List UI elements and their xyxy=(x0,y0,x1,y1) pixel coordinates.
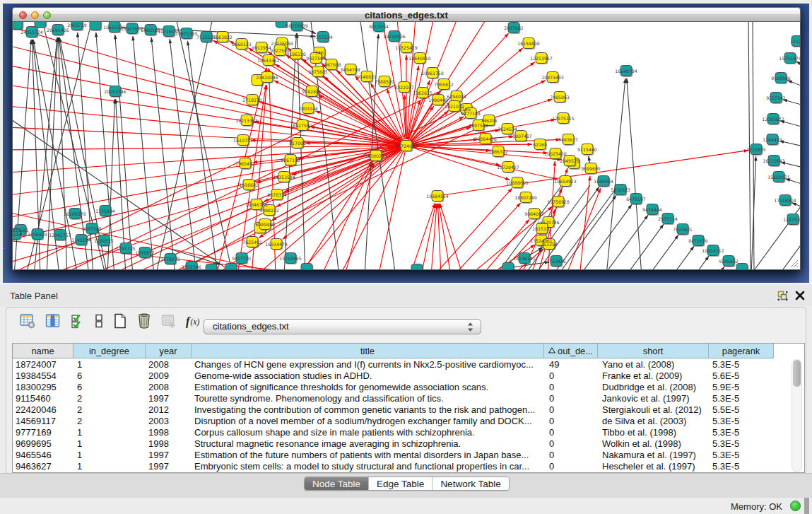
node-label: 10807487 xyxy=(510,134,532,139)
node-label: 14136141 xyxy=(513,256,536,261)
table-chooser-dropdown[interactable]: citations_edges.txt xyxy=(204,319,481,334)
node-label: 10671385 xyxy=(175,31,198,36)
cell-year: 1997 xyxy=(148,461,190,472)
cell-in_degree: 2 xyxy=(77,416,144,427)
teal-node[interactable] xyxy=(13,22,23,30)
node-label: 16033809 xyxy=(286,23,308,28)
column-header-year[interactable]: year xyxy=(146,344,192,358)
table-row[interactable]: 1872400712008Changes of HCN gene express… xyxy=(13,359,793,370)
node-label: 3624534 xyxy=(498,127,517,132)
left-splitter-grip[interactable] xyxy=(3,247,4,255)
red-edge xyxy=(433,188,512,269)
node-label: 10543362 xyxy=(257,58,280,63)
column-header-short[interactable]: short xyxy=(598,344,709,358)
node-label: 8471676 xyxy=(688,238,708,243)
delete-column-button[interactable] xyxy=(137,313,151,332)
teal-node[interactable] xyxy=(502,263,514,270)
close-panel-icon[interactable] xyxy=(795,291,805,300)
cell-out_de: 0 xyxy=(549,461,596,472)
cell-year: 2012 xyxy=(148,404,190,416)
new-column-button[interactable] xyxy=(113,313,127,332)
node-label: 12213383 xyxy=(235,118,258,123)
show-columns-button[interactable] xyxy=(45,313,61,332)
table-row[interactable]: 977716911998Corpus callosum shape and si… xyxy=(13,427,793,438)
table-row[interactable]: 946554611997Estimation of the future num… xyxy=(13,450,793,461)
cell-short: Wolkin et al. (1998) xyxy=(602,438,707,450)
tab-node-table[interactable]: Node Table xyxy=(305,477,369,490)
black-edge xyxy=(601,224,664,269)
teal-node[interactable] xyxy=(90,22,101,30)
tab-network-table[interactable]: Network Table xyxy=(433,477,508,490)
column-header-name[interactable]: name xyxy=(13,344,73,358)
teal-node[interactable] xyxy=(35,22,46,28)
tab-edge-table[interactable]: Edge Table xyxy=(369,477,433,490)
cell-title: Disruption of a novel member of a sodium… xyxy=(194,416,543,427)
teal-node[interactable] xyxy=(736,264,748,270)
black-edge xyxy=(606,78,625,269)
black-edge xyxy=(646,256,709,269)
teal-node[interactable] xyxy=(301,264,312,270)
node-label: 2087682 xyxy=(504,25,524,30)
teal-node[interactable] xyxy=(411,264,423,270)
table-row[interactable]: 946362711997Embryonic stem cells: a mode… xyxy=(13,461,793,472)
cell-title: Embryonic stem cells: a model to study s… xyxy=(194,461,543,472)
table-toolbar: f(x) xyxy=(15,313,208,341)
table-row[interactable]: 1456911722003Disruption of a novel membe… xyxy=(13,416,793,427)
teal-node[interactable] xyxy=(225,264,237,270)
cell-year: 1997 xyxy=(148,393,190,404)
node-label: 12942757 xyxy=(49,233,71,238)
cell-short: Jankovic et al. (1997) xyxy=(602,393,707,404)
column-header-pagerank[interactable]: pagerank xyxy=(709,344,774,358)
node-label: 8322037 xyxy=(394,85,414,90)
cell-in_degree: 1 xyxy=(77,427,144,438)
cell-pagerank: 5.3E-5 xyxy=(712,461,772,472)
table-row[interactable]: 911546021997Tourette syndrome. Phenomeno… xyxy=(13,393,793,404)
desktop-background: citations_edges.txt 24055724206914062093… xyxy=(3,4,809,283)
column-header-in_degree[interactable]: in_degree xyxy=(73,344,146,358)
resize-grip-icon[interactable] xyxy=(789,259,799,268)
delete-table-button[interactable] xyxy=(161,313,175,332)
black-edge xyxy=(585,215,648,269)
node-label: 16154808 xyxy=(517,41,540,46)
node-label: 2967608 xyxy=(322,62,341,67)
black-edge xyxy=(796,62,800,67)
function-builder-button[interactable]: f(x) xyxy=(185,313,204,332)
table-row[interactable]: 2242004622012Investigating the contribut… xyxy=(13,404,793,416)
node-label: 1640954 xyxy=(594,179,613,184)
node-table[interactable]: namein_degreeyeartitleout_de...shortpage… xyxy=(12,343,805,473)
node-label: 15692971 xyxy=(767,175,790,180)
node-label: 18300295 xyxy=(365,153,387,158)
scrollbar-thumb[interactable] xyxy=(793,360,801,387)
select-columns-button[interactable] xyxy=(71,313,85,332)
teal-node[interactable] xyxy=(206,264,217,270)
row-height-button[interactable] xyxy=(95,313,103,332)
node-label: 7588520 xyxy=(375,79,394,84)
node-label: 9146821 xyxy=(357,74,377,79)
cell-title: Genome-wide association studies in ADHD. xyxy=(194,370,543,382)
node-label: 16120746 xyxy=(537,220,560,225)
network-canvas[interactable]: 2405572420691406209371910653326113276026… xyxy=(12,22,801,270)
window-titlebar[interactable]: citations_edges.txt xyxy=(12,7,801,22)
table-row[interactable]: 1938455462009Genome-wide association stu… xyxy=(13,370,793,382)
column-header-out_de[interactable]: out_de... xyxy=(544,344,598,358)
cell-title: Tourette syndrome. Phenomenology and cla… xyxy=(194,393,543,404)
table-row[interactable]: 1830029562008Estimation of significance … xyxy=(13,382,793,393)
black-edge xyxy=(661,267,724,269)
vertical-scrollbar[interactable] xyxy=(792,359,802,472)
table-settings-button[interactable] xyxy=(20,313,35,332)
node-label: 10654112 xyxy=(702,248,724,253)
cell-name: 18724007 xyxy=(16,359,72,370)
node-label: 2935114 xyxy=(658,216,678,221)
node-label: 15720407 xyxy=(497,165,519,170)
table-row[interactable]: 969969511998Structural magnetic resonanc… xyxy=(13,438,793,450)
cell-year: 1997 xyxy=(148,450,190,461)
network-view-window[interactable]: citations_edges.txt 24055724206914062093… xyxy=(12,7,801,270)
cell-pagerank: 5.5E-5 xyxy=(712,404,772,416)
node-label: 1167533 xyxy=(783,217,800,222)
node-label: 16648784 xyxy=(615,69,637,74)
float-window-icon[interactable] xyxy=(777,291,788,301)
node-label: 23226058 xyxy=(271,41,293,46)
black-edge xyxy=(786,179,800,185)
node-label: 24055724 xyxy=(20,30,43,35)
column-header-title[interactable]: title xyxy=(192,344,544,358)
